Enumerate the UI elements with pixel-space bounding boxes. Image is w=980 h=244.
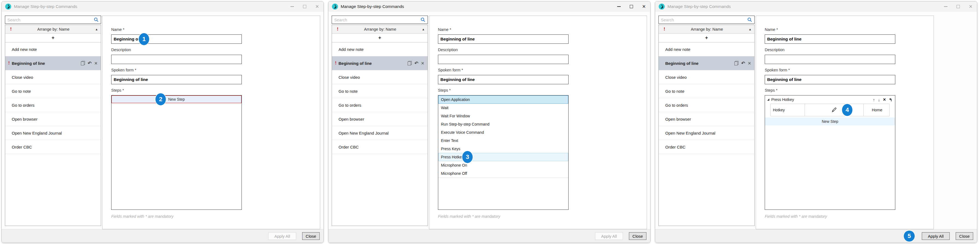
copy-icon[interactable] [734,61,738,65]
close-window-button[interactable]: × [311,2,323,12]
search-box[interactable] [5,16,101,24]
step-group-header[interactable]: Press Hotkey ↑ ↓ × ↰ [765,96,895,104]
copy-icon[interactable] [81,61,85,65]
new-step-row[interactable]: New Step [765,118,895,125]
arrange-by-header[interactable]: ! Arrange by: Name ▲ [5,25,101,33]
maximize-button[interactable] [298,2,311,12]
command-list-item[interactable]: Order CBC ↶ × [5,140,101,154]
undo-icon[interactable]: ↶ [414,61,418,65]
step-type-option[interactable]: Enter Text [438,137,568,145]
minimize-button[interactable] [939,2,952,12]
maximize-button[interactable] [952,2,964,12]
row-actions: ↶ × [734,61,752,66]
spoken-form-field[interactable]: Beginning of line [111,75,242,84]
titlebar[interactable]: Manage Step-by-step Commands × [2,2,323,12]
close-button[interactable]: Close [302,232,320,240]
delete-icon[interactable]: × [421,61,424,66]
command-list-item[interactable]: Open New England Journal ↶ × [5,126,101,140]
undo-step-icon[interactable]: ↰ [889,98,892,102]
step-type-option[interactable]: Open Application [438,96,568,104]
minimize-button[interactable] [612,2,625,12]
row-actions: ↶ × [407,61,425,66]
search-input[interactable] [334,18,420,22]
command-list-item[interactable]: Order CBC ↶ × [332,140,428,154]
command-list-item[interactable]: ! Beginning of line ↶ × [5,56,101,70]
step-type-option[interactable]: Run Step-by-step Command [438,120,568,128]
command-list-item[interactable]: Open browser ↶ × [659,112,754,126]
command-list-item[interactable]: Go to note ↶ × [332,84,428,98]
description-field[interactable] [765,55,895,64]
command-list-item[interactable]: Open New England Journal ↶ × [332,126,428,140]
apply-all-button[interactable]: Apply All [922,232,950,240]
undo-icon[interactable]: ↶ [741,61,745,65]
close-button[interactable]: Close [956,232,973,240]
titlebar[interactable]: Manage Step-by-step Commands × [655,2,977,12]
maximize-button[interactable] [625,2,638,12]
description-field[interactable] [111,55,242,64]
delete-icon[interactable]: × [748,61,751,66]
add-command-button[interactable]: + [659,33,754,42]
expander-icon[interactable] [767,99,769,100]
command-list-item[interactable]: Open New England Journal ↶ × [659,126,754,140]
close-window-button[interactable]: × [638,2,650,12]
command-list-item[interactable]: Go to orders ↶ × [5,98,101,112]
pencil-icon[interactable] [831,107,837,113]
command-label: Beginning of line [339,61,372,65]
command-label: Add new note [12,47,37,52]
apply-all-button[interactable]: Apply All [595,232,623,240]
name-field[interactable]: Beginning of line [438,35,568,44]
arrange-by-header[interactable]: ! Arrange by: Name ▲ [659,25,754,33]
step-type-option[interactable]: Press Hotkey 3 [438,153,568,161]
command-list-item[interactable]: Add new note ↶ × [5,42,101,56]
close-window-button[interactable]: × [964,2,977,12]
new-step-row[interactable]: New Step 2 [111,96,242,103]
command-list-item[interactable]: Go to orders ↶ × [332,98,428,112]
move-down-icon[interactable]: ↓ [878,98,880,102]
callout-badge-3: 3 [462,151,473,163]
undo-icon[interactable]: ↶ [88,61,92,65]
spoken-form-field[interactable]: Beginning of line [438,75,568,84]
copy-icon[interactable] [407,61,412,65]
command-list-item[interactable]: ! Beginning of line ↶ × [332,56,428,70]
search-box[interactable] [332,16,428,24]
add-command-button[interactable]: + [332,33,428,42]
step-type-option[interactable]: Wait For Window [438,112,568,120]
command-list-item[interactable]: Open browser ↶ × [332,112,428,126]
command-list-item[interactable]: Go to orders ↶ × [659,98,754,112]
step-type-option[interactable]: Microphone Off [438,169,568,177]
command-list-item[interactable]: Order CBC ↶ × [659,140,754,154]
apply-all-button[interactable]: Apply All [268,232,296,240]
search-input[interactable] [661,18,747,22]
hotkey-edit-cell[interactable] [805,104,864,116]
arrange-by-header[interactable]: ! Arrange by: Name ▲ [332,25,428,33]
command-list-item[interactable]: Open browser ↶ × [5,112,101,126]
name-field[interactable]: Beginning of line [765,35,895,44]
command-list-item[interactable]: Close video ↶ × [332,70,428,84]
command-list-item[interactable]: Close video ↶ × [5,70,101,84]
hotkey-param-label: Hotkey [771,104,805,116]
description-field[interactable] [438,55,568,64]
delete-step-icon[interactable]: × [883,97,886,102]
screenshot-stage: Manage Step-by-step Commands × ! Arrange… [0,0,980,243]
add-command-button[interactable]: + [5,33,101,42]
command-list-item[interactable]: Go to note ↶ × [5,84,101,98]
delete-icon[interactable]: × [94,61,97,66]
command-list-item[interactable]: Add new note ↶ × [332,42,428,56]
name-field[interactable]: Beginning of line 1 [111,35,242,44]
step-type-option[interactable]: Wait [438,104,568,112]
error-indicator-icon: ! [333,61,339,65]
step-type-option[interactable]: Press Keys [438,145,568,153]
search-input[interactable] [7,18,94,22]
step-type-option[interactable]: Execute Voice Command [438,128,568,137]
command-list-item[interactable]: Add new note ↶ × [659,42,754,56]
close-button[interactable]: Close [629,232,646,240]
step-type-option[interactable]: Microphone On [438,161,568,169]
command-list-item[interactable]: Close video ↶ × [659,70,754,84]
search-box[interactable] [659,16,755,24]
spoken-form-field[interactable]: Beginning of line [765,75,895,84]
command-list-item[interactable]: Beginning of line ↶ × [659,56,754,70]
titlebar[interactable]: Manage Step-by-step Commands × [328,2,650,12]
move-up-icon[interactable]: ↑ [873,98,875,102]
minimize-button[interactable] [286,2,298,12]
command-list-item[interactable]: Go to note ↶ × [659,84,754,98]
